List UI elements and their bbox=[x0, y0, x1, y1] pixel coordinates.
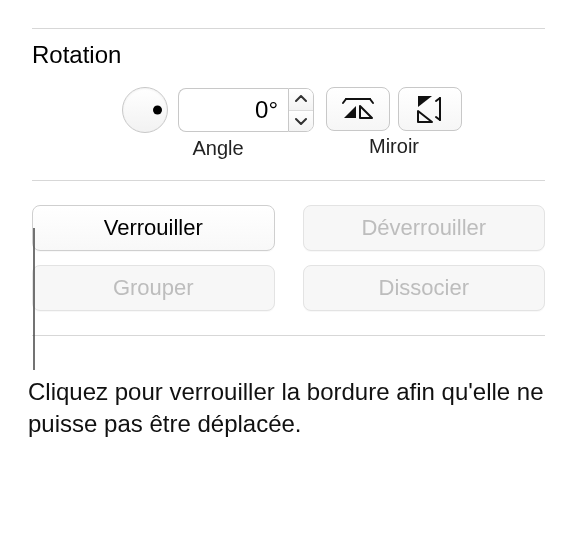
chevron-down-icon bbox=[295, 117, 307, 125]
angle-step-up[interactable] bbox=[289, 89, 313, 111]
divider-top bbox=[32, 28, 545, 29]
mirror-group: Miroir bbox=[326, 87, 462, 158]
flip-horizontal-button[interactable] bbox=[326, 87, 390, 131]
arrange-panel: Rotation Angle bbox=[0, 0, 577, 336]
angle-controls bbox=[122, 87, 314, 133]
unlock-button: Déverrouiller bbox=[303, 205, 546, 251]
callout-text: Cliquez pour verrouiller la bordure afin… bbox=[28, 376, 549, 441]
angle-field bbox=[178, 88, 314, 132]
angle-group: Angle bbox=[122, 87, 314, 160]
flip-vertical-button[interactable] bbox=[398, 87, 462, 131]
angle-input[interactable] bbox=[178, 88, 288, 132]
angle-step-down[interactable] bbox=[289, 111, 313, 132]
divider-mid bbox=[32, 180, 545, 181]
mirror-label: Miroir bbox=[369, 135, 419, 158]
rotation-row: Angle bbox=[32, 87, 545, 160]
angle-label: Angle bbox=[192, 137, 243, 160]
angle-stepper bbox=[288, 88, 314, 132]
mirror-buttons bbox=[326, 87, 462, 131]
group-button: Grouper bbox=[32, 265, 275, 311]
divider-bottom bbox=[32, 335, 545, 336]
flip-vertical-icon bbox=[415, 93, 445, 125]
ungroup-button: Dissocier bbox=[303, 265, 546, 311]
button-grid: Verrouiller Déverrouiller Grouper Dissoc… bbox=[32, 205, 545, 311]
rotation-section-title: Rotation bbox=[32, 41, 545, 69]
callout: Cliquez pour verrouiller la bordure afin… bbox=[0, 376, 577, 441]
chevron-up-icon bbox=[295, 95, 307, 103]
rotation-dial[interactable] bbox=[122, 87, 168, 133]
flip-horizontal-icon bbox=[340, 96, 376, 122]
lock-button[interactable]: Verrouiller bbox=[32, 205, 275, 251]
